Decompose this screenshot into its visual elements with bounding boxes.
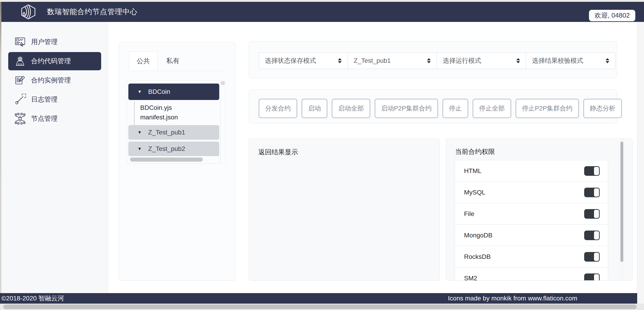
- caret-down-icon: ▼: [138, 130, 142, 135]
- contract-tree: ▼ BDCoin BDCoin.yjs manifest.json ▼ Z_Te…: [127, 80, 220, 164]
- tree-node-z-test-pub1[interactable]: ▼ Z_Test_pub1: [128, 125, 219, 140]
- permission-row-html: HTML: [455, 160, 608, 182]
- select-arrows-icon: [338, 58, 342, 63]
- gear-crowd-icon: [14, 55, 26, 67]
- user-board-icon: [14, 36, 26, 48]
- contract-permissions-panel: 当前合约权限 HTML MySQL File MongoDB RocksDB S…: [446, 138, 632, 280]
- select-arrows-icon: [606, 58, 609, 63]
- page-vertical-scrollbar[interactable]: [637, 22, 644, 304]
- toggle-knob: [593, 274, 600, 281]
- permission-row-mongodb: MongoDB: [455, 224, 608, 246]
- caret-down-icon: ▼: [138, 146, 142, 151]
- tree-node-label: Z_Test_pub2: [148, 145, 185, 152]
- sidebar-item-node-management[interactable]: 节点管理: [8, 110, 101, 128]
- toggle-knob: [593, 252, 600, 262]
- tab-public[interactable]: 公共: [129, 51, 158, 71]
- tree-vertical-scrollbar-thumb[interactable]: [221, 81, 225, 85]
- permission-row-file: File: [455, 203, 608, 224]
- permission-toggle-sm2[interactable]: [584, 274, 600, 281]
- toggle-knob: [593, 230, 600, 240]
- copyright-text: ©2018-2020 智融云河: [1, 294, 64, 303]
- permission-row-rocksdb: RocksDB: [455, 246, 608, 268]
- permissions-list: HTML MySQL File MongoDB RocksDB SM2: [455, 160, 608, 280]
- icon-credit-text: Icons made by monkik from www.flaticon.c…: [448, 295, 577, 302]
- tree-node-bdcoin[interactable]: ▼ BDCoin: [128, 84, 219, 100]
- tree-node-z-test-pub2[interactable]: ▼ Z_Test_pub2: [128, 142, 219, 156]
- visibility-tabs: 公共 私有: [129, 51, 226, 71]
- permission-label: HTML: [464, 167, 482, 175]
- sidebar-item-label: 日志管理: [31, 95, 58, 104]
- window-top-edge: [0, 0, 644, 2]
- contract-file-panel: 公共 私有 ▼ BDCoin BDCoin.yjs manifest.json …: [119, 42, 236, 280]
- select-arrows-icon: [427, 58, 431, 63]
- toggle-knob: [593, 166, 600, 176]
- run-mode-select[interactable]: 选择运行模式: [437, 52, 526, 69]
- permission-label: MySQL: [464, 189, 485, 196]
- contract-actions-toolbar: 分发合约 启动 启动全部 启动P2P集群合约 停止 停止全部 停止P2P集群合约…: [249, 90, 617, 123]
- caret-down-icon: ▼: [138, 89, 142, 94]
- sidebar-item-label: 用户管理: [31, 38, 58, 46]
- sidebar-item-label: 合约实例管理: [31, 76, 71, 85]
- state-save-mode-select[interactable]: 选择状态保存模式: [259, 52, 348, 69]
- page-horizontal-scrollbar[interactable]: [0, 304, 644, 310]
- permission-toggle-file[interactable]: [584, 209, 600, 219]
- permission-row-mysql: MySQL: [455, 182, 608, 203]
- sidebar-item-label: 合约代码管理: [31, 56, 71, 66]
- page-horizontal-scrollbar-thumb[interactable]: [3, 304, 637, 309]
- app-header: 数瑞智能合约节点管理中心 欢迎, 04802: [1, 2, 644, 22]
- tree-file-bdcoin-yjs[interactable]: BDCoin.yjs: [140, 103, 172, 112]
- permissions-scrollbar-thumb[interactable]: [620, 142, 623, 262]
- permission-toggle-rocksdb[interactable]: [584, 252, 600, 262]
- tree-file-manifest-json[interactable]: manifest.json: [140, 113, 178, 122]
- select-value: 选择状态保存模式: [265, 56, 316, 65]
- result-panel-title: 返回结果显示: [258, 148, 298, 157]
- result-display-panel: 返回结果显示: [249, 138, 440, 280]
- tree-vertical-scrollbar[interactable]: [220, 80, 226, 163]
- stop-button[interactable]: 停止: [442, 99, 468, 118]
- permission-label: MongoDB: [464, 232, 492, 239]
- start-all-button[interactable]: 启动全部: [332, 99, 370, 118]
- stop-p2p-cluster-button[interactable]: 停止P2P集群合约: [516, 99, 579, 118]
- sidebar-nav: 用户管理 合约代码管理 合约实例管理: [1, 22, 108, 293]
- tab-private[interactable]: 私有: [158, 51, 188, 70]
- app-logo-icon: [20, 4, 36, 20]
- permission-label: File: [464, 210, 474, 218]
- permissions-panel-title: 当前合约权限: [455, 147, 495, 156]
- toggle-knob: [593, 209, 600, 219]
- permissions-scrollbar[interactable]: [620, 139, 624, 280]
- result-verify-mode-select[interactable]: 选择结果校验模式: [526, 52, 616, 69]
- tree-horizontal-scrollbar-thumb[interactable]: [130, 158, 203, 162]
- contract-select[interactable]: Z_Test_pub1: [348, 52, 437, 69]
- sidebar-item-log-management[interactable]: 日志管理: [8, 90, 101, 109]
- sidebar-item-contract-code-management[interactable]: 合约代码管理: [8, 52, 101, 70]
- sidebar-item-contract-instance-management[interactable]: 合约实例管理: [8, 71, 101, 90]
- sidebar-item-user-management[interactable]: 用户管理: [8, 33, 101, 51]
- start-button[interactable]: 启动: [302, 99, 327, 118]
- permission-label: SM2: [464, 274, 477, 281]
- permission-toggle-mongodb[interactable]: [584, 230, 600, 240]
- tools-icon: [14, 94, 26, 106]
- distribute-contract-button[interactable]: 分发合约: [259, 99, 297, 118]
- network-icon: [14, 113, 26, 125]
- permission-toggle-html[interactable]: [584, 166, 600, 176]
- stop-all-button[interactable]: 停止全部: [473, 99, 511, 118]
- welcome-user-button[interactable]: 欢迎, 04802: [589, 10, 635, 21]
- page-title: 数瑞智能合约节点管理中心: [47, 2, 138, 22]
- permission-toggle-mysql[interactable]: [584, 188, 600, 197]
- select-value: Z_Test_pub1: [354, 57, 391, 64]
- tree-node-label: Z_Test_pub1: [148, 129, 185, 136]
- doc-pencil-icon: [14, 74, 26, 86]
- permission-label: RocksDB: [464, 253, 491, 260]
- permission-row-sm2: SM2: [455, 268, 608, 280]
- tree-indent-line: [134, 101, 134, 127]
- static-analysis-button[interactable]: 静态分析: [584, 99, 622, 118]
- mode-select-toolbar: 选择状态保存模式 Z_Test_pub1 选择运行模式 选择结果校验模式: [249, 41, 617, 78]
- actions-button-row: 分发合约 启动 启动全部 启动P2P集群合约 停止 停止全部 停止P2P集群合约…: [259, 99, 622, 118]
- select-value: 选择运行模式: [443, 56, 481, 65]
- toggle-knob: [593, 188, 600, 197]
- start-p2p-cluster-button[interactable]: 启动P2P集群合约: [375, 99, 438, 118]
- select-value: 选择结果校验模式: [532, 56, 583, 65]
- sidebar-item-label: 节点管理: [31, 114, 58, 123]
- select-arrows-icon: [516, 58, 520, 63]
- app-footer: ©2018-2020 智融云河 Icons made by monkik fro…: [0, 293, 637, 304]
